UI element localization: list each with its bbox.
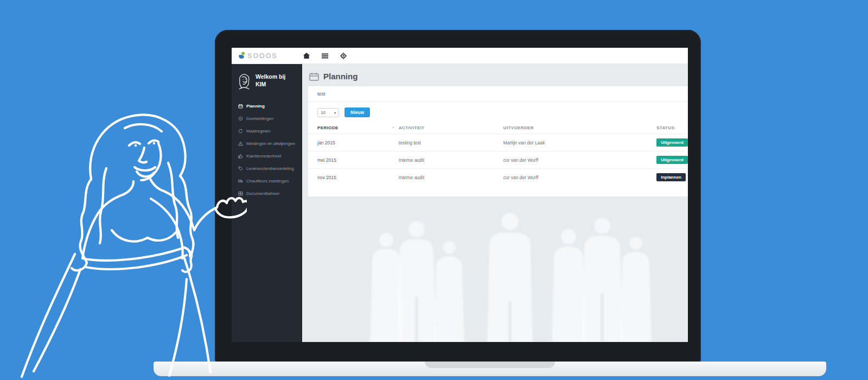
uitvoerder-cell: cor van der Wurff xyxy=(503,169,657,186)
activiteit-cell: Interne audit xyxy=(399,151,503,169)
caret-down-icon: ▾ xyxy=(334,111,336,115)
background: SOOOS xyxy=(0,0,868,380)
activiteit-cell: testing test xyxy=(399,134,503,151)
uitvoerder-cell: Martijn van der Laak xyxy=(503,134,657,151)
home-icon[interactable] xyxy=(303,53,310,59)
page-size-select[interactable]: 10 ▾ xyxy=(317,108,339,117)
column-header-periode[interactable]: PERIODE ^ xyxy=(308,122,399,134)
main-content: Planning test 10 ▾ Nieuw xyxy=(302,64,688,342)
status-badge[interactable]: Uitgevoerd xyxy=(656,156,688,164)
periode-cell: mei 2015 xyxy=(308,151,399,169)
periode-cell: jan 2015 xyxy=(308,134,399,151)
app-screen: SOOOS xyxy=(232,48,688,342)
planning-table: PERIODE ^ ACTIVITEIT UITVOERDER STATUS xyxy=(308,122,688,186)
sidebar-item-label: Doelstellingen xyxy=(246,116,273,121)
gear-icon[interactable] xyxy=(340,53,347,59)
page-title: Planning xyxy=(323,72,358,81)
panel-label: test xyxy=(308,86,688,102)
page-size-value: 10 xyxy=(321,110,326,115)
sidebar-item-label: Planning xyxy=(246,104,265,109)
sidebar-item-label: Klanttevredenheid xyxy=(246,154,282,159)
planning-panel: test 10 ▾ Nieuw xyxy=(308,86,688,197)
laptop-base xyxy=(154,362,826,376)
table-row[interactable]: mei 2015 Interne audit cor van der Wurff… xyxy=(308,151,688,169)
crowd-silhouette xyxy=(347,210,688,342)
sidebar-item-label: Documentbeheer xyxy=(246,191,279,196)
status-cell: Uitgevoerd xyxy=(656,151,688,169)
sidebar-item-label: Maatregelen xyxy=(246,129,270,134)
new-button[interactable]: Nieuw xyxy=(344,107,370,117)
column-header-status[interactable]: STATUS xyxy=(656,122,688,134)
status-cell: Inplannen xyxy=(656,169,688,186)
app-logo: SOOOS xyxy=(237,52,277,60)
status-badge[interactable]: Inplannen xyxy=(656,173,686,181)
sidebar-item-label: Meldingen en afwijkingen xyxy=(246,141,295,146)
laptop-mockup: SOOOS xyxy=(215,30,701,362)
table-row[interactable]: jan 2015 testing test Martijn van der La… xyxy=(308,134,688,151)
top-navbar: SOOOS xyxy=(232,48,688,64)
table-row[interactable]: nov 2015 Interne audit cor van der Wurff… xyxy=(308,169,688,186)
activiteit-cell: Interne audit xyxy=(399,169,503,186)
logo-text: SOOOS xyxy=(247,52,277,60)
uitvoerder-cell: cor van der Wurff xyxy=(503,151,657,169)
column-header-activiteit[interactable]: ACTIVITEIT xyxy=(399,122,503,134)
calendar-icon xyxy=(309,72,319,81)
sort-asc-icon[interactable]: ^ xyxy=(392,125,394,130)
welcome-text: Welkom bij KIM xyxy=(256,73,295,88)
woman-illustration xyxy=(5,98,247,380)
logo-icon xyxy=(237,52,245,60)
sidebar-item-label: Leveranciersbeoordeling xyxy=(246,166,294,171)
sidebar-item-label: Chauffeurs meldingen xyxy=(246,179,289,183)
status-cell: Uitgevoerd xyxy=(656,134,688,151)
menu-icon[interactable] xyxy=(322,53,328,59)
column-header-uitvoerder[interactable]: UITVOERDER xyxy=(503,122,657,134)
periode-cell: nov 2015 xyxy=(308,169,399,186)
status-badge[interactable]: Uitgevoerd xyxy=(656,138,688,147)
avatar xyxy=(237,73,251,90)
laptop-base-notch xyxy=(425,362,555,368)
